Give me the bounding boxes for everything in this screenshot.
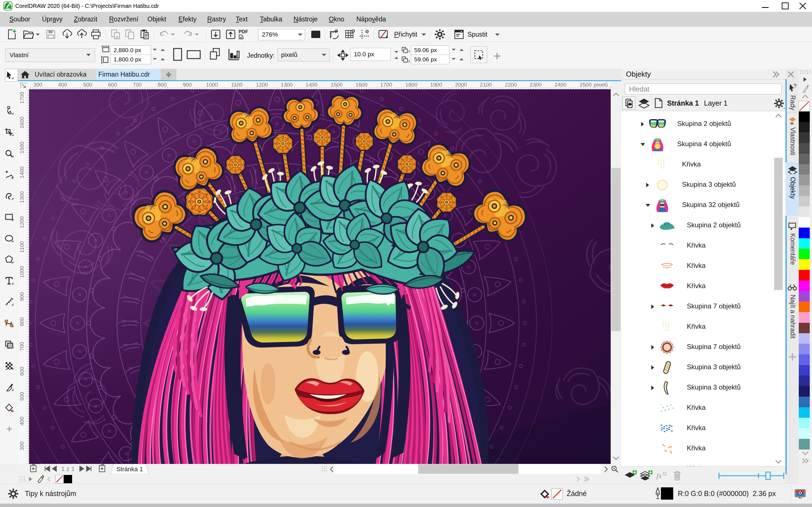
svg-text:fx: fx [656, 472, 662, 480]
svg-text:1600: 1600 [19, 117, 25, 128]
svg-text:1100: 1100 [19, 241, 25, 253]
svg-text:2400: 2400 [555, 82, 566, 88]
svg-text:1100: 1100 [231, 82, 243, 88]
svg-text:y: y [408, 59, 410, 63]
svg-text:300: 300 [19, 441, 25, 450]
svg-text:600: 600 [19, 367, 25, 376]
svg-text:1000: 1000 [206, 82, 218, 88]
svg-text:900: 900 [19, 292, 25, 301]
svg-text:1200: 1200 [19, 216, 25, 228]
svg-text:x: x [408, 49, 410, 53]
svg-text:800: 800 [19, 317, 25, 326]
svg-text:1700: 1700 [380, 82, 392, 88]
svg-text:1300: 1300 [19, 191, 25, 203]
svg-text:400: 400 [19, 416, 25, 426]
svg-text:?: ? [794, 83, 797, 89]
svg-text:1400: 1400 [19, 166, 25, 178]
svg-text:400: 400 [58, 82, 67, 88]
svg-text:1000: 1000 [19, 266, 25, 278]
svg-text:700: 700 [133, 82, 142, 88]
svg-text:pixelů: pixelů [594, 82, 608, 88]
svg-text:700: 700 [19, 342, 25, 351]
svg-text:1 z 1: 1 z 1 [61, 465, 75, 472]
svg-text:1700: 1700 [19, 92, 25, 104]
svg-text:1500: 1500 [19, 142, 25, 154]
svg-text:2000: 2000 [455, 82, 467, 88]
svg-text:800: 800 [158, 82, 167, 88]
svg-text:1400: 1400 [306, 82, 317, 88]
svg-text:2100: 2100 [480, 82, 492, 88]
svg-text:500: 500 [19, 392, 25, 401]
svg-text:Stránka 1: Stránka 1 [116, 466, 143, 473]
